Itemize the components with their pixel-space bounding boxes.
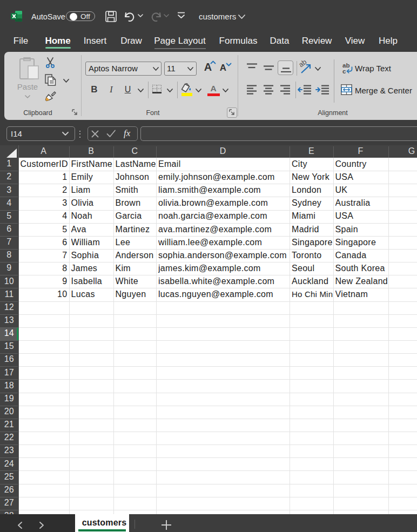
svg-text:c: c [342, 68, 346, 75]
